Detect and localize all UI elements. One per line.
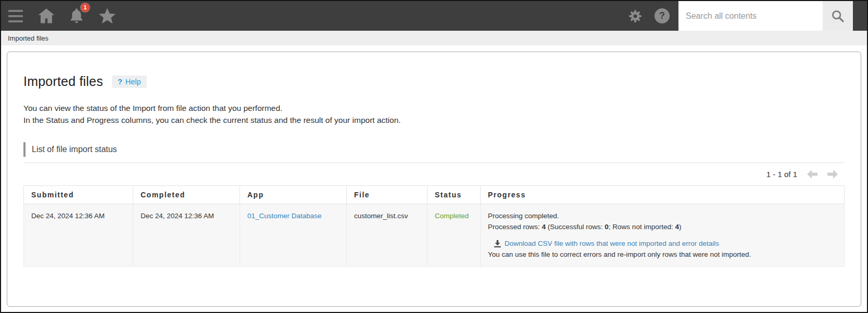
cell-file: customer_list.csv xyxy=(347,204,427,267)
column-header-app: App xyxy=(240,186,347,204)
column-header-completed: Completed xyxy=(133,186,240,204)
search-icon xyxy=(831,9,845,23)
cell-submitted: Dec 24, 2024 12:36 AM xyxy=(24,204,133,267)
search-input[interactable] xyxy=(678,1,823,31)
topbar: 1 ? xyxy=(1,1,867,31)
main-content: Imported files ? Help You can view the s… xyxy=(1,45,867,312)
cell-app: 01_Customer Database xyxy=(240,204,347,267)
breadcrumb-imported-files[interactable]: Imported files xyxy=(8,34,48,42)
help-icon[interactable]: ? xyxy=(655,8,670,23)
table-header-row: Submitted Completed App File Status Prog… xyxy=(24,186,845,204)
file-import-status-table: Submitted Completed App File Status Prog… xyxy=(23,185,845,267)
topbar-left-icons: 1 xyxy=(1,7,117,25)
home-icon[interactable] xyxy=(37,8,55,24)
status-badge: Completed xyxy=(435,212,469,220)
hamburger-menu-icon[interactable] xyxy=(7,8,24,24)
successful-rows-count: 0 xyxy=(605,223,609,231)
section-header: List of file import status xyxy=(23,142,845,163)
description-line-1: You can view the status of the Import fr… xyxy=(23,102,845,114)
section-title: List of file import status xyxy=(23,142,845,157)
page-description: You can view the status of the Import fr… xyxy=(23,102,845,126)
column-header-progress: Progress xyxy=(481,186,845,204)
cell-progress: Processing completed. Processed rows: 4 … xyxy=(481,204,845,267)
search-button[interactable] xyxy=(823,1,853,31)
help-button[interactable]: ? Help xyxy=(112,76,147,88)
progress-summary: Processing completed. xyxy=(488,210,837,221)
notifications-bell-icon[interactable]: 1 xyxy=(69,7,84,24)
breadcrumb-bar: Imported files xyxy=(1,31,867,45)
pagination: 1 - 1 of 1 xyxy=(23,170,845,179)
column-header-submitted: Submitted xyxy=(24,186,133,204)
pagination-range-label: 1 - 1 of 1 xyxy=(766,170,797,179)
download-csv-link[interactable]: Download CSV file with rows that were no… xyxy=(505,238,719,249)
app-link[interactable]: 01_Customer Database xyxy=(247,212,322,220)
download-icon xyxy=(494,240,501,248)
description-line-2: In the Status and Progress columns, you … xyxy=(23,114,845,126)
table-row: Dec 24, 2024 12:36 AM Dec 24, 2024 12:36… xyxy=(24,204,845,267)
next-page-icon[interactable] xyxy=(827,170,838,179)
progress-rows-detail: Processed rows: 4 (Successful rows: 0; R… xyxy=(488,221,837,232)
prev-page-icon[interactable] xyxy=(807,170,817,179)
column-header-file: File xyxy=(347,186,427,204)
cell-completed: Dec 24, 2024 12:36 AM xyxy=(133,204,240,267)
help-question-icon: ? xyxy=(118,78,122,86)
imported-files-card: Imported files ? Help You can view the s… xyxy=(7,52,861,307)
column-header-status: Status xyxy=(427,186,481,204)
notification-count-badge[interactable]: 1 xyxy=(81,3,90,12)
progress-note: You can use this file to correct errors … xyxy=(488,249,837,260)
global-search xyxy=(678,1,853,31)
favorites-star-icon[interactable] xyxy=(98,7,117,25)
processed-rows-count: 4 xyxy=(542,223,546,231)
page-title: Imported files xyxy=(23,74,103,89)
cell-status: Completed xyxy=(427,204,481,267)
help-button-label: Help xyxy=(125,78,141,86)
app-window: 1 ? xyxy=(0,0,868,313)
not-imported-rows-count: 4 xyxy=(675,223,679,231)
settings-gear-icon[interactable] xyxy=(627,8,643,24)
